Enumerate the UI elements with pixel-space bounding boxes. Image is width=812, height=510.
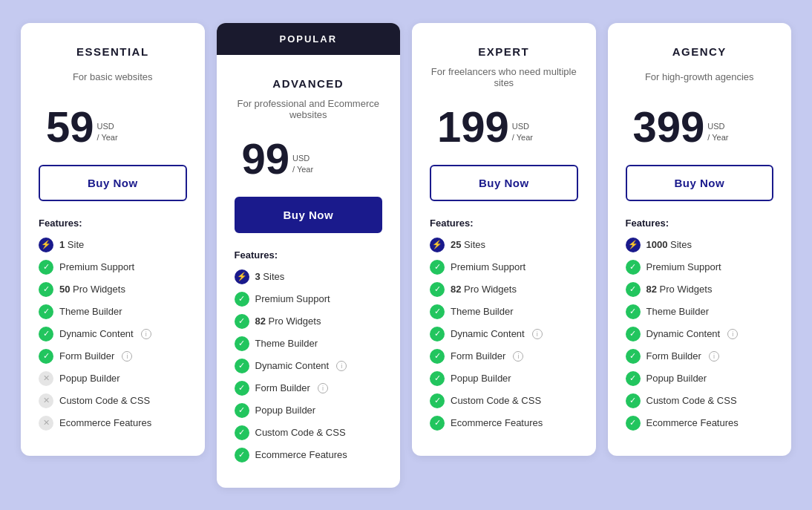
feature-item-advanced-2: ✓82 Pro Widgets (235, 314, 383, 329)
info-icon[interactable]: i (709, 351, 719, 362)
buy-btn-expert[interactable]: Buy Now (430, 165, 578, 201)
info-icon[interactable]: i (318, 383, 328, 393)
feature-text: Dynamic Content (451, 328, 525, 339)
feature-text: Theme Builder (646, 306, 710, 317)
buy-btn-essential[interactable]: Buy Now (39, 165, 187, 201)
popular-badge: POPULAR (217, 23, 401, 55)
bolt-icon: ⚡ (430, 238, 445, 252)
feature-item-essential-2: ✓50 Pro Widgets (39, 282, 187, 297)
price-number-essential: 59 (46, 105, 94, 148)
info-icon[interactable]: i (336, 361, 347, 371)
info-icon[interactable]: i (513, 351, 523, 362)
feature-item-advanced-7: ✓Custom Code & CSS (235, 425, 383, 440)
feature-text: Popup Builder (59, 373, 120, 384)
feature-text: Ecommerce Features (646, 417, 739, 428)
feature-text: Custom Code & CSS (646, 395, 737, 406)
feature-text: 1000 Sites (646, 239, 692, 250)
pricing-grid: ESSENTIALFor basic websites 59 USD/ Year… (15, 23, 797, 488)
feature-text: Dynamic Content (255, 360, 330, 371)
info-icon[interactable]: i (141, 329, 151, 339)
feature-text: Ecommerce Features (451, 417, 543, 428)
check-icon: ✓ (235, 336, 249, 351)
feature-text: Premium Support (646, 261, 721, 272)
feature-item-advanced-6: ✓Popup Builder (235, 403, 383, 418)
buy-btn-agency[interactable]: Buy Now (626, 165, 774, 201)
feature-item-essential-7: ✕Custom Code & CSS (39, 393, 187, 408)
feature-text: 82 Pro Widgets (451, 284, 517, 295)
check-icon: ✓ (626, 260, 641, 275)
plan-subtitle-expert: For freelancers who need multiple sites (430, 64, 578, 91)
info-icon[interactable]: i (122, 351, 132, 362)
feature-text: Custom Code & CSS (255, 427, 346, 438)
features-label-advanced: Features: (235, 249, 383, 261)
feature-item-agency-6: ✓Popup Builder (626, 371, 774, 386)
info-icon[interactable]: i (532, 329, 543, 339)
check-icon: ✓ (235, 314, 249, 329)
feature-item-advanced-5: ✓Form Builderi (235, 381, 383, 396)
feature-text: Ecommerce Features (59, 417, 151, 428)
plan-title-expert: EXPERT (430, 45, 578, 58)
feature-text: Theme Builder (59, 306, 122, 317)
feature-item-essential-3: ✓Theme Builder (39, 304, 187, 319)
feature-text: Popup Builder (451, 373, 511, 384)
feature-item-expert-0: ⚡25 Sites (430, 238, 578, 252)
check-icon: ✓ (39, 260, 53, 275)
info-icon[interactable]: i (727, 329, 738, 339)
feature-item-essential-1: ✓Premium Support (39, 260, 187, 275)
check-icon: ✓ (39, 349, 53, 364)
bolt-icon: ⚡ (39, 238, 53, 252)
check-icon: ✓ (626, 349, 641, 364)
plan-title-agency: AGENCY (626, 45, 774, 58)
check-icon: ✓ (430, 304, 445, 319)
check-icon: ✓ (39, 282, 53, 297)
plan-card-agency: AGENCYFor high-growth agencies 399 USD/ … (608, 23, 792, 456)
feature-text: 82 Pro Widgets (646, 284, 713, 295)
feature-item-expert-1: ✓Premium Support (430, 260, 578, 275)
check-icon: ✓ (39, 327, 53, 341)
feature-item-expert-2: ✓82 Pro Widgets (430, 282, 578, 297)
feature-text: Ecommerce Features (255, 449, 347, 460)
buy-btn-advanced[interactable]: Buy Now (235, 197, 383, 233)
price-row-essential: 59 USD/ Year (39, 105, 187, 148)
feature-item-agency-1: ✓Premium Support (626, 260, 774, 275)
feature-text: 50 Pro Widgets (59, 284, 125, 295)
check-icon: ✓ (430, 349, 445, 364)
check-icon: ✓ (626, 304, 641, 319)
check-icon: ✓ (235, 292, 249, 307)
check-icon: ✓ (235, 448, 249, 462)
check-icon: ✓ (626, 282, 641, 297)
feature-item-agency-3: ✓Theme Builder (626, 304, 774, 319)
feature-text: Popup Builder (255, 405, 316, 416)
plan-subtitle-advanced: For professional and Ecommerce websites (235, 96, 383, 122)
feature-item-advanced-0: ⚡3 Sites (235, 269, 383, 284)
feature-item-expert-8: ✓Ecommerce Features (430, 416, 578, 431)
check-icon: ✓ (626, 416, 641, 431)
price-row-expert: 199 USD/ Year (430, 105, 578, 148)
check-icon: ✓ (39, 304, 53, 319)
x-icon: ✕ (39, 393, 53, 408)
check-icon: ✓ (430, 282, 445, 297)
features-label-expert: Features: (430, 218, 578, 229)
plan-title-essential: ESSENTIAL (39, 45, 187, 58)
plan-card-expert: EXPERTFor freelancers who need multiple … (412, 23, 596, 456)
feature-item-expert-3: ✓Theme Builder (430, 304, 578, 319)
plan-subtitle-essential: For basic websites (39, 64, 187, 91)
plan-subtitle-agency: For high-growth agencies (626, 64, 774, 91)
bolt-icon: ⚡ (626, 238, 641, 252)
x-icon: ✕ (39, 416, 53, 431)
plan-card-essential: ESSENTIALFor basic websites 59 USD/ Year… (21, 23, 205, 456)
price-meta-agency: USD/ Year (707, 121, 728, 144)
check-icon: ✓ (626, 327, 641, 341)
check-icon: ✓ (235, 403, 249, 418)
price-number-expert: 199 (437, 105, 509, 148)
plan-card-advanced: POPULARADVANCEDFor professional and Ecom… (217, 23, 401, 488)
feature-text: Custom Code & CSS (59, 395, 150, 406)
feature-item-agency-4: ✓Dynamic Contenti (626, 327, 774, 341)
feature-text: Custom Code & CSS (451, 395, 541, 406)
feature-text: Theme Builder (451, 306, 514, 317)
feature-item-advanced-4: ✓Dynamic Contenti (235, 359, 383, 373)
check-icon: ✓ (235, 381, 249, 396)
price-number-agency: 399 (633, 105, 705, 148)
features-label-essential: Features: (39, 218, 187, 229)
feature-text: 1 Site (59, 239, 84, 250)
